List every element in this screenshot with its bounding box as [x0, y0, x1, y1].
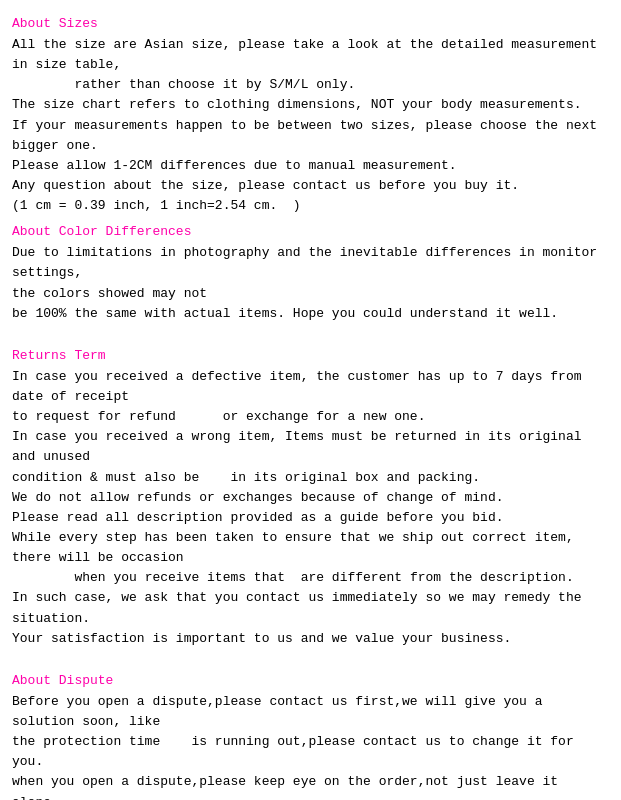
text-about-dispute: Before you open a dispute,please contact… — [12, 692, 609, 800]
text-about-color-differences: Due to limitations in photography and th… — [12, 243, 609, 324]
section-about-sizes: About SizesAll the size are Asian size, … — [12, 16, 609, 216]
heading-returns-term: Returns Term — [12, 348, 609, 363]
section-about-color-differences: About Color DifferencesDue to limitation… — [12, 224, 609, 324]
heading-about-color-differences: About Color Differences — [12, 224, 609, 239]
page-content: About SizesAll the size are Asian size, … — [12, 16, 609, 800]
heading-about-dispute: About Dispute — [12, 673, 609, 688]
heading-about-sizes: About Sizes — [12, 16, 609, 31]
spacer-about-dispute — [12, 655, 609, 665]
text-returns-term: In case you received a defective item, t… — [12, 367, 609, 649]
section-returns-term: Returns TermIn case you received a defec… — [12, 348, 609, 649]
section-about-dispute: About DisputeBefore you open a dispute,p… — [12, 673, 609, 800]
spacer-returns-term — [12, 330, 609, 340]
text-about-sizes: All the size are Asian size, please take… — [12, 35, 609, 216]
